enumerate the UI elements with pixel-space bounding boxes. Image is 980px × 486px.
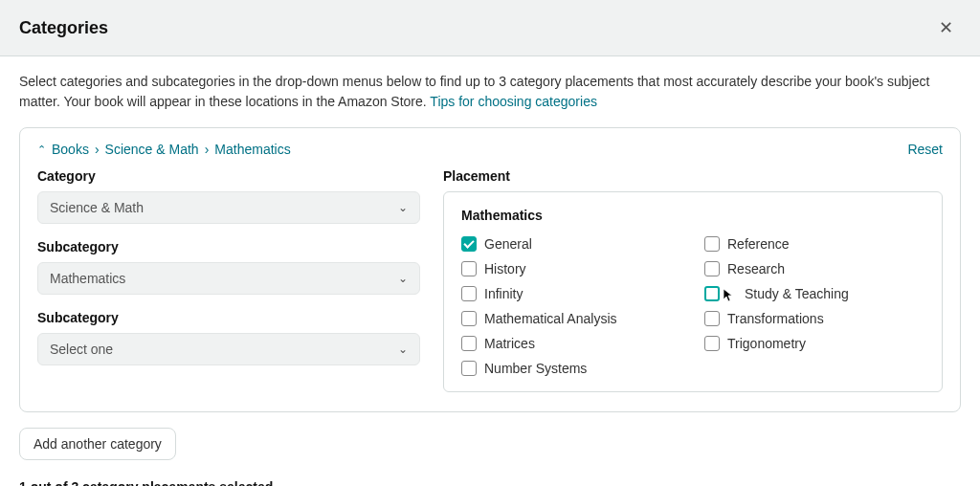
- selection-status: 1 out of 3 category placements selected: [19, 479, 961, 486]
- left-column: Category Science & Math ⌄ Subcategory Ma…: [37, 168, 420, 392]
- add-category-button[interactable]: Add another category: [19, 428, 176, 460]
- placement-label: Placement: [443, 168, 943, 184]
- placement-group-title: Mathematics: [461, 208, 924, 223]
- placement-option[interactable]: Research: [704, 261, 924, 276]
- subcategory2-label: Subcategory: [37, 310, 420, 325]
- intro-text: Select categories and subcategories in t…: [19, 72, 961, 112]
- checkbox-icon[interactable]: [461, 286, 477, 301]
- placement-option-label: Mathematical Analysis: [484, 311, 617, 326]
- subcategory2-select[interactable]: Select one ⌄: [37, 333, 420, 365]
- placement-option[interactable]: General: [461, 236, 681, 252]
- checkbox-icon[interactable]: [704, 286, 720, 301]
- chevron-down-icon: ⌄: [398, 201, 408, 214]
- checkbox-column-right: ReferenceResearchStudy & TeachingTransfo…: [704, 236, 924, 376]
- checkbox-icon[interactable]: [461, 336, 477, 351]
- modal-content: Select categories and subcategories in t…: [0, 56, 980, 486]
- checkbox-icon[interactable]: [461, 361, 477, 376]
- placement-option[interactable]: Trigonometry: [704, 336, 924, 351]
- breadcrumb[interactable]: ⌃ Books › Science & Math › Mathematics: [37, 142, 291, 157]
- checkbox-column-left: GeneralHistoryInfinityMathematical Analy…: [461, 236, 681, 376]
- reset-link[interactable]: Reset: [907, 142, 943, 157]
- placement-option[interactable]: Matrices: [461, 336, 681, 351]
- chevron-down-icon: ⌄: [398, 342, 408, 356]
- placement-box: Mathematics GeneralHistoryInfinityMathem…: [443, 191, 943, 392]
- placement-option[interactable]: Study & Teaching: [704, 286, 924, 301]
- placement-option-label: Trigonometry: [727, 336, 806, 351]
- placement-option[interactable]: Reference: [704, 236, 924, 252]
- placement-option-label: General: [484, 236, 532, 252]
- checkbox-icon[interactable]: [461, 311, 477, 326]
- checkbox-icon[interactable]: [704, 236, 720, 252]
- panel-top: ⌃ Books › Science & Math › Mathematics R…: [37, 142, 943, 157]
- modal-header: Categories ✕: [0, 0, 980, 56]
- placement-option[interactable]: Transformations: [704, 311, 924, 326]
- subcategory1-select-value: Mathematics: [50, 271, 125, 286]
- chevron-down-icon: ⌄: [398, 272, 408, 285]
- right-column: Placement Mathematics GeneralHistoryInfi…: [443, 168, 943, 392]
- checkbox-icon[interactable]: [461, 236, 477, 252]
- checkbox-columns: GeneralHistoryInfinityMathematical Analy…: [461, 236, 924, 376]
- placement-option-label: Number Systems: [484, 361, 587, 376]
- placement-option-label: Research: [727, 261, 785, 276]
- checkbox-icon[interactable]: [704, 261, 720, 276]
- placement-option[interactable]: History: [461, 261, 681, 276]
- placement-option-label: Transformations: [727, 311, 824, 326]
- category-select[interactable]: Science & Math ⌄: [37, 191, 420, 224]
- checkbox-icon[interactable]: [704, 311, 720, 326]
- tips-link[interactable]: Tips for choosing categories: [430, 94, 597, 109]
- placement-option[interactable]: Mathematical Analysis: [461, 311, 681, 326]
- subcategory2-select-value: Select one: [50, 342, 113, 357]
- cursor-icon: [724, 286, 737, 301]
- placement-option[interactable]: Infinity: [461, 286, 681, 301]
- subcategory1-select[interactable]: Mathematics ⌄: [37, 262, 420, 295]
- placement-option-label: Matrices: [484, 336, 535, 351]
- modal-title: Categories: [19, 18, 108, 38]
- placement-option-label: Reference: [727, 236, 790, 252]
- placement-option-label: Study & Teaching: [745, 286, 849, 301]
- subcategory1-label: Subcategory: [37, 239, 420, 254]
- placement-option-label: History: [484, 261, 526, 276]
- placement-option[interactable]: Number Systems: [461, 361, 681, 376]
- breadcrumb-sep: ›: [95, 142, 100, 157]
- panel-columns: Category Science & Math ⌄ Subcategory Ma…: [37, 168, 943, 392]
- breadcrumb-part: Books: [52, 142, 89, 157]
- category-select-value: Science & Math: [50, 200, 144, 215]
- close-icon[interactable]: ✕: [931, 13, 961, 42]
- checkbox-icon[interactable]: [704, 336, 720, 351]
- category-panel: ⌃ Books › Science & Math › Mathematics R…: [19, 127, 961, 412]
- breadcrumb-part: Science & Math: [105, 142, 199, 157]
- chevron-up-icon: ⌃: [37, 144, 46, 156]
- category-label: Category: [37, 168, 420, 184]
- checkbox-icon[interactable]: [461, 261, 477, 276]
- breadcrumb-sep: ›: [205, 142, 210, 157]
- placement-option-label: Infinity: [484, 286, 523, 301]
- breadcrumb-part: Mathematics: [214, 142, 290, 157]
